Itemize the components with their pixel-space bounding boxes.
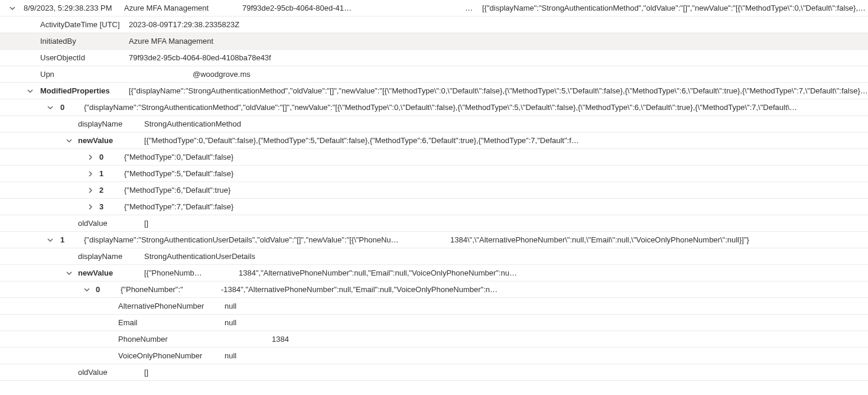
item-value: {"MethodType":5,"Default":false} bbox=[124, 169, 868, 178]
item-value: {"MethodType":6,"Default":true} bbox=[124, 186, 868, 195]
field-label: Upn bbox=[40, 70, 129, 79]
idx-label: 2 bbox=[99, 186, 124, 195]
field-label: UserObjectId bbox=[40, 53, 129, 62]
chevron-down-icon[interactable] bbox=[65, 137, 73, 145]
field-value: [{"MethodType":0,"Default":false},{"Meth… bbox=[144, 136, 868, 145]
item1-displayname: displayName StrongAuthenticationUserDeta… bbox=[0, 248, 868, 265]
item0-newvalue[interactable]: newValue [{"MethodType":0,"Default":fals… bbox=[0, 132, 868, 149]
item-summary: {"displayName":"StrongAuthenticationMeth… bbox=[84, 103, 868, 112]
chevron-right-icon[interactable] bbox=[86, 203, 95, 211]
field-value: null bbox=[225, 318, 868, 327]
field-value: @woodgrove.ms bbox=[193, 70, 868, 79]
modified-properties[interactable]: ModifiedProperties [{"displayName":"Stro… bbox=[0, 83, 868, 99]
item0-newvalue-2[interactable]: 2 {"MethodType":6,"Default":true} bbox=[0, 182, 868, 199]
item-value: {"MethodType":7,"Default":false} bbox=[124, 202, 868, 211]
field-label: Email bbox=[118, 318, 225, 327]
idx-label: 0 bbox=[60, 103, 84, 112]
field-label: oldValue bbox=[78, 219, 144, 228]
newvalue-summary-a: [{"PhoneNumber" bbox=[144, 268, 203, 277]
modified-item-0[interactable]: 0 {"displayName":"StrongAuthenticationMe… bbox=[0, 99, 868, 116]
item-summary-a: {"PhoneNumber":" bbox=[121, 285, 186, 294]
ud-voice: VoiceOnlyPhoneNumber null bbox=[0, 348, 868, 364]
chevron-down-icon[interactable] bbox=[8, 4, 17, 12]
field-label: PhoneNumber bbox=[118, 335, 225, 344]
chevron-down-icon[interactable] bbox=[46, 236, 54, 244]
field-value: null bbox=[225, 302, 868, 310]
item0-newvalue-3[interactable]: 3 {"MethodType":7,"Default":false} bbox=[0, 199, 868, 215]
field-label: newValue bbox=[78, 268, 144, 277]
item1-oldvalue: oldValue [] bbox=[0, 364, 868, 381]
field-initiatedby: InitiatedBy Azure MFA Management bbox=[0, 33, 868, 50]
idx-label: 0 bbox=[99, 153, 124, 161]
idx-label: 0 bbox=[96, 285, 121, 294]
modified-item-1[interactable]: 1 {"displayName":"StrongAuthenticationUs… bbox=[0, 232, 868, 248]
field-activitydatetime: ActivityDateTime [UTC] 2023-08-09T17:29:… bbox=[0, 17, 868, 33]
field-label: ModifiedProperties bbox=[40, 86, 129, 95]
item-summary-b: 1384\",\"AlternativePhoneNumber\":null,\… bbox=[450, 235, 868, 244]
field-upn: Upn @woodgrove.ms bbox=[0, 66, 868, 83]
idx-label: 1 bbox=[99, 169, 124, 178]
field-value: [{"displayName":"StrongAuthenticationMet… bbox=[129, 86, 868, 95]
col-service: Azure MFA Management bbox=[124, 4, 242, 12]
chevron-down-icon[interactable] bbox=[65, 269, 73, 277]
item1-newvalue-0[interactable]: 0 {"PhoneNumber":" -1384","AlternativePh… bbox=[0, 281, 868, 298]
item-summary-a: {"displayName":"StrongAuthenticationUser… bbox=[84, 235, 403, 244]
item1-newvalue[interactable]: newValue [{"PhoneNumber" 1384","Alternat… bbox=[0, 265, 868, 281]
field-value: Azure MFA Management bbox=[129, 37, 868, 46]
ud-phone: PhoneNumber 1384 bbox=[0, 331, 868, 348]
col-id: 79f93de2-95cb-4064-80ed-41… bbox=[242, 4, 455, 12]
item0-newvalue-0[interactable]: 0 {"MethodType":0,"Default":false} bbox=[0, 149, 868, 166]
idx-label: 1 bbox=[60, 235, 84, 244]
field-value: 2023-08-09T17:29:38.2335823Z bbox=[129, 20, 868, 29]
field-value: null bbox=[225, 351, 868, 360]
chevron-right-icon[interactable] bbox=[86, 153, 95, 161]
field-label: VoiceOnlyPhoneNumber bbox=[118, 351, 225, 360]
field-label: AlternativePhoneNumber bbox=[118, 302, 225, 310]
field-value: [] bbox=[144, 368, 868, 377]
field-value: StrongAuthenticationUserDetails bbox=[144, 252, 868, 261]
chevron-right-icon[interactable] bbox=[86, 186, 95, 195]
item0-newvalue-1[interactable]: 1 {"MethodType":5,"Default":false} bbox=[0, 166, 868, 182]
field-label: ActivityDateTime [UTC] bbox=[40, 20, 129, 29]
col-json: [{"displayName":"StrongAuthenticationMet… bbox=[482, 4, 868, 12]
field-label: newValue bbox=[78, 136, 144, 145]
idx-label: 3 bbox=[99, 202, 124, 211]
field-label: InitiatedBy bbox=[40, 37, 129, 46]
field-userobjectid: UserObjectId 79f93de2-95cb-4064-80ed-410… bbox=[0, 50, 868, 66]
field-value: 1384 bbox=[272, 335, 868, 344]
ud-alt: AlternativePhoneNumber null bbox=[0, 298, 868, 315]
field-label: displayName bbox=[78, 252, 144, 261]
chevron-down-icon[interactable] bbox=[83, 286, 91, 294]
chevron-down-icon[interactable] bbox=[46, 103, 54, 112]
chevron-right-icon[interactable] bbox=[86, 170, 95, 178]
col-timestamp: 8/9/2023, 5:29:38.233 PM bbox=[24, 4, 124, 12]
field-label: displayName bbox=[78, 119, 144, 128]
newvalue-summary-b: 1384","AlternativePhoneNumber":null,"Ema… bbox=[239, 268, 868, 277]
col-ellipsis: … bbox=[455, 4, 473, 12]
field-label: oldValue bbox=[78, 368, 144, 377]
item0-displayname: displayName StrongAuthenticationMethod bbox=[0, 116, 868, 132]
chevron-down-icon[interactable] bbox=[26, 87, 34, 95]
item-summary-b: -1384","AlternativePhoneNumber":null,"Em… bbox=[221, 285, 868, 294]
item-value: {"MethodType":0,"Default":false} bbox=[124, 153, 868, 161]
field-value: [] bbox=[144, 219, 868, 228]
field-value: 79f93de2-95cb-4064-80ed-4108ba78e43f bbox=[129, 53, 868, 62]
record-header[interactable]: 8/9/2023, 5:29:38.233 PM Azure MFA Manag… bbox=[0, 0, 868, 17]
ud-email: Email null bbox=[0, 315, 868, 331]
item0-oldvalue: oldValue [] bbox=[0, 215, 868, 232]
field-value: StrongAuthenticationMethod bbox=[144, 119, 868, 128]
